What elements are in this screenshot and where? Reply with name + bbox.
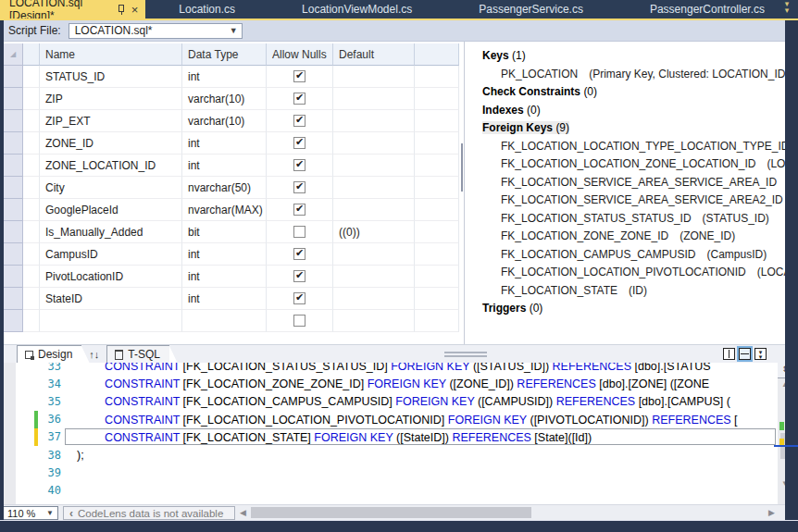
close-icon[interactable]: × <box>131 4 139 16</box>
indicator-cell[interactable] <box>23 243 40 266</box>
column-header-empty[interactable] <box>23 43 40 66</box>
cell-allow-nulls[interactable] <box>267 66 333 88</box>
pin-icon[interactable] <box>118 5 123 12</box>
code-line-34[interactable]: 34 CONSTRAINT [FK_LOCATION_ZONE_ZONE_ID]… <box>4 375 778 392</box>
allow-nulls-checkbox[interactable] <box>293 115 305 127</box>
cell-extra[interactable] <box>415 177 459 199</box>
tab-passengerservice-cs[interactable]: PassengerService.cs <box>445 0 617 19</box>
cell-allow-nulls[interactable] <box>267 288 333 310</box>
allow-nulls-checkbox[interactable] <box>293 248 305 260</box>
pane-splitter[interactable] <box>460 42 469 344</box>
cell-extra[interactable] <box>415 243 459 266</box>
indicator-cell[interactable] <box>23 310 40 332</box>
foreign-key-item[interactable]: FK_LOCATION_SERVICE_AREA_SERVICE_AREA2_I… <box>469 192 785 210</box>
tab-design[interactable]: Design <box>17 345 81 363</box>
cell-default[interactable] <box>333 243 415 266</box>
code-line-36[interactable]: 36 CONSTRAINT [FK_LOCATION_LOCATION_PIVO… <box>4 411 778 428</box>
cell-name[interactable]: GooglePlaceId <box>40 199 182 221</box>
cell-name[interactable]: PivotLocationID <box>40 266 182 288</box>
indicator-cell[interactable] <box>23 132 40 155</box>
allow-nulls-checkbox[interactable] <box>293 181 305 193</box>
cell-data-type[interactable]: int <box>182 266 267 288</box>
cell-data-type[interactable]: varchar(10) <box>182 88 267 110</box>
foreign-key-item[interactable]: FK_LOCATION_LOCATION_ZONE_LOCATION_ID(LO… <box>469 155 785 174</box>
cell-name[interactable]: StateID <box>40 288 182 310</box>
grid-corner-cell[interactable]: ◢ <box>4 43 23 66</box>
section-keys[interactable]: Keys (1) <box>469 47 785 66</box>
scroll-left-icon[interactable]: ◀ <box>240 508 246 517</box>
cell-extra[interactable] <box>415 88 459 110</box>
indicator-cell[interactable] <box>23 110 40 132</box>
code-line-39[interactable]: 39 <box>4 464 778 481</box>
cell-name[interactable]: ZONE_ID <box>40 132 182 155</box>
tab-location-cs[interactable]: Location.cs <box>145 0 268 19</box>
cell-name[interactable]: Is_Manually_Added <box>40 221 182 243</box>
allow-nulls-checkbox[interactable] <box>293 93 305 105</box>
zoom-dropdown[interactable]: 110 % ▼ <box>3 506 58 520</box>
code-line-33[interactable]: 33 CONSTRAINT [FK_LOCATION_STATUS_STATUS… <box>4 363 778 375</box>
cell-allow-nulls[interactable] <box>267 199 333 221</box>
cell-default[interactable] <box>333 88 415 110</box>
allow-nulls-checkbox[interactable] <box>293 315 305 327</box>
cell-name[interactable] <box>40 310 182 332</box>
splitter-grip[interactable] <box>461 143 463 192</box>
collapse-pane-button[interactable]: ▾▾ <box>754 348 767 360</box>
script-file-dropdown[interactable]: LOCATION.sql* ▼ <box>69 23 243 39</box>
foreign-key-item[interactable]: FK_LOCATION_ZONE_ZONE_ID(ZONE_ID) <box>469 228 785 246</box>
horizontal-splitter-grip[interactable] <box>444 352 487 357</box>
cell-extra[interactable] <box>415 199 459 221</box>
cell-name[interactable]: STATUS_ID <box>40 66 182 88</box>
code-line-40[interactable]: 40 <box>4 481 778 499</box>
primary-key-item[interactable]: PK_LOCATION(Primary Key, Clustered: LOCA… <box>469 66 785 84</box>
indicator-cell[interactable] <box>23 177 40 199</box>
vertical-split-button[interactable] <box>723 348 735 360</box>
section-triggers[interactable]: Triggers (0) <box>469 300 785 318</box>
cell-data-type[interactable]: nvarchar(50) <box>182 177 267 199</box>
code-line-35[interactable]: 35 CONSTRAINT [FK_LOCATION_CAMPUS_CAMPUS… <box>4 392 778 410</box>
foreign-key-item[interactable]: FK_LOCATION_STATUS_STATUS_ID(STATUS_ID) <box>469 210 785 229</box>
cell-default[interactable] <box>333 110 415 132</box>
cell-name[interactable]: ZIP_EXT <box>40 110 182 132</box>
allow-nulls-checkbox[interactable] <box>293 137 305 149</box>
horizontal-split-button[interactable] <box>739 348 751 360</box>
cell-allow-nulls[interactable] <box>267 266 333 288</box>
cell-data-type[interactable]: int <box>182 288 267 310</box>
foreign-key-item[interactable]: FK_LOCATION_LOCATION_TYPE_LOCATION_TYPE_… <box>469 138 785 156</box>
cell-name[interactable]: ZIP <box>40 88 182 110</box>
section-indexes[interactable]: Indexes (0) <box>469 102 785 120</box>
cell-data-type[interactable]: varchar(10) <box>182 110 267 132</box>
cell-default[interactable]: ((0)) <box>333 221 415 243</box>
cell-extra[interactable] <box>415 221 459 243</box>
allow-nulls-checkbox[interactable] <box>293 159 305 171</box>
indicator-cell[interactable] <box>23 155 40 177</box>
indicator-cell[interactable] <box>23 221 40 243</box>
cell-data-type[interactable]: bit <box>182 221 267 243</box>
cell-extra[interactable] <box>415 288 459 310</box>
allow-nulls-checkbox[interactable] <box>293 70 305 82</box>
indicator-cell[interactable] <box>23 199 40 221</box>
cell-name[interactable]: City <box>40 177 182 199</box>
allow-nulls-checkbox[interactable] <box>293 270 305 282</box>
code-line-37[interactable]: 37 CONSTRAINT [FK_LOCATION_STATE] FOREIG… <box>4 428 778 446</box>
tsql-code-editor[interactable]: 33 CONSTRAINT [FK_LOCATION_STATUS_STATUS… <box>4 363 778 504</box>
cell-data-type[interactable]: int <box>182 243 267 266</box>
allow-nulls-checkbox[interactable] <box>293 204 305 216</box>
cell-data-type[interactable]: int <box>182 66 267 88</box>
cell-extra[interactable] <box>415 66 459 88</box>
foreign-key-item[interactable]: FK_LOCATION_CAMPUS_CAMPUSID(CampusID) <box>469 246 785 265</box>
cell-data-type[interactable]: nvarchar(MAX) <box>182 199 267 221</box>
foreign-key-item[interactable]: FK_LOCATION_STATE(ID) <box>469 282 785 301</box>
section-check-constraints[interactable]: Check Constraints (0) <box>469 83 785 102</box>
cell-allow-nulls[interactable] <box>267 221 333 243</box>
foreign-key-item[interactable]: FK_LOCATION_SERVICE_AREA_SERVICE_AREA_ID… <box>469 174 785 192</box>
cell-extra[interactable] <box>415 110 459 132</box>
cell-default[interactable] <box>333 288 415 310</box>
tab-list-chevron-icon[interactable]: ▾▾ <box>779 1 794 18</box>
tab-passengercontroller-cs[interactable]: PassengerController.cs <box>617 0 798 19</box>
cell-extra[interactable] <box>415 266 459 288</box>
cell-default[interactable] <box>333 199 415 221</box>
indicator-cell[interactable] <box>23 288 40 310</box>
cell-name[interactable]: ZONE_LOCATION_ID <box>40 155 182 177</box>
cell-allow-nulls[interactable] <box>267 155 333 177</box>
section-foreign-keys[interactable]: Foreign Keys (9) <box>469 119 785 138</box>
